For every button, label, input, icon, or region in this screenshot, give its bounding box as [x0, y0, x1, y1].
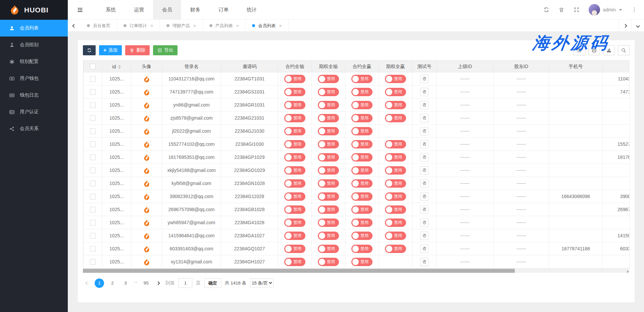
test-account-badge[interactable]: 否	[420, 232, 429, 240]
toggle-option-all-lose[interactable]: 禁用	[318, 219, 339, 227]
toggle-option-all-lose[interactable]: 禁用	[318, 245, 339, 253]
row-checkbox[interactable]	[90, 246, 96, 252]
user-menu[interactable]: admin	[589, 4, 622, 15]
row-checkbox[interactable]	[90, 207, 96, 212]
toggle-contract-all-win[interactable]: 禁用	[351, 245, 373, 253]
close-icon[interactable]: ×	[193, 23, 196, 28]
toggle-option-all-lose[interactable]: 禁用	[318, 127, 339, 135]
toggle-contract-all-win[interactable]: 禁用	[351, 127, 373, 135]
sidebar-item-用户认证[interactable]: 用户认证	[0, 104, 68, 120]
row-checkbox[interactable]	[90, 115, 96, 121]
toggle-contract-all-lose[interactable]: 禁用	[284, 258, 305, 266]
toggle-contract-all-win[interactable]: 禁用	[351, 192, 373, 201]
export-data-icon[interactable]	[603, 45, 615, 55]
row-checkbox[interactable]	[90, 154, 96, 160]
close-icon[interactable]: ×	[279, 23, 282, 28]
scrollbar-thumb[interactable]	[83, 269, 515, 273]
confirm-button[interactable]: 确定	[204, 278, 221, 288]
toggle-option-all-lose[interactable]: 禁用	[318, 140, 339, 148]
tab-理财产品[interactable]: 理财产品×	[160, 20, 203, 32]
sidebar-item-会员列表[interactable]: 会员列表	[0, 20, 68, 37]
select-all-checkbox[interactable]	[90, 64, 96, 69]
page-number-95[interactable]: 95	[141, 278, 151, 288]
toggle-contract-all-win[interactable]: 禁用	[351, 179, 373, 188]
test-account-badge[interactable]: 否	[420, 179, 429, 188]
row-checkbox[interactable]	[90, 102, 96, 108]
trash-icon[interactable]	[558, 7, 564, 13]
toggle-option-all-lose[interactable]: 禁用	[318, 179, 339, 188]
toggle-option-all-win[interactable]: 禁用	[385, 75, 406, 83]
toggle-contract-all-win[interactable]: 禁用	[351, 219, 373, 227]
topnav-item-统计[interactable]: 统计	[238, 0, 266, 19]
toggle-contract-all-win[interactable]: 禁用	[351, 114, 373, 122]
row-checkbox[interactable]	[90, 141, 96, 147]
horizontal-scrollbar[interactable]	[83, 269, 630, 273]
page-number-1[interactable]: 1	[95, 278, 104, 288]
collapse-menu-icon[interactable]	[68, 0, 92, 19]
test-account-badge[interactable]: 否	[420, 153, 429, 162]
row-checkbox[interactable]	[90, 259, 96, 265]
tabs-scroll-left-button[interactable]	[68, 20, 81, 32]
test-account-badge[interactable]: 否	[420, 127, 429, 135]
toggle-contract-all-win[interactable]: 禁用	[351, 258, 373, 266]
toggle-option-all-win[interactable]: 禁用	[385, 245, 406, 253]
page-number-3[interactable]: 3	[121, 278, 130, 288]
test-account-badge[interactable]: 否	[420, 205, 429, 214]
page-number-2[interactable]: 2	[108, 278, 117, 288]
toggle-contract-all-lose[interactable]: 禁用	[284, 153, 305, 162]
toggle-option-all-lose[interactable]: 禁用	[318, 114, 339, 122]
toggle-contract-all-win[interactable]: 禁用	[351, 166, 373, 175]
search-icon[interactable]	[618, 45, 630, 55]
toggle-contract-all-lose[interactable]: 禁用	[284, 205, 305, 214]
row-checkbox[interactable]	[90, 233, 96, 239]
page-size-select[interactable]: 15 条/页	[250, 278, 274, 288]
sidebar-item-钱包日志[interactable]: 钱包日志	[0, 87, 68, 104]
toggle-option-all-win[interactable]: 禁用	[385, 232, 406, 240]
toggle-contract-all-win[interactable]: 禁用	[351, 101, 373, 109]
toggle-option-all-win[interactable]: 禁用	[385, 219, 406, 227]
kebab-menu-icon[interactable]	[631, 7, 637, 13]
next-page-button[interactable]	[154, 282, 162, 285]
toggle-contract-all-lose[interactable]: 禁用	[284, 166, 305, 175]
prev-page-button[interactable]	[84, 282, 91, 285]
toggle-option-all-win[interactable]: 禁用	[385, 179, 406, 188]
sidebar-item-会员组别[interactable]: 会员组别	[0, 37, 68, 53]
tab-后台首页[interactable]: 后台首页	[81, 20, 117, 32]
test-account-badge[interactable]: 否	[420, 245, 429, 253]
fullscreen-icon[interactable]	[574, 7, 580, 13]
test-account-badge[interactable]: 否	[420, 75, 429, 83]
sort-icon[interactable]	[118, 65, 121, 69]
test-account-badge[interactable]: 否	[420, 219, 429, 227]
toggle-contract-all-lose[interactable]: 禁用	[284, 232, 305, 240]
row-checkbox[interactable]	[90, 168, 96, 173]
tab-订单统计[interactable]: 订单统计×	[117, 20, 160, 32]
toggle-option-all-lose[interactable]: 禁用	[318, 153, 339, 162]
toggle-option-all-win[interactable]: 禁用	[385, 114, 406, 122]
toggle-contract-all-win[interactable]: 禁用	[351, 153, 373, 162]
brand-logo[interactable]: HUOBI	[0, 0, 68, 20]
close-icon[interactable]: ×	[236, 23, 239, 28]
test-account-badge[interactable]: 否	[420, 140, 429, 148]
test-account-badge[interactable]: 否	[420, 101, 429, 109]
tabs-scroll-right-button[interactable]	[618, 20, 631, 32]
sidebar-item-用户钱包[interactable]: 用户钱包	[0, 70, 68, 87]
toggle-option-all-lose[interactable]: 禁用	[318, 88, 339, 96]
test-account-badge[interactable]: 否	[420, 114, 429, 122]
toggle-contract-all-win[interactable]: 禁用	[351, 232, 373, 240]
toggle-contract-all-win[interactable]: 禁用	[351, 140, 373, 148]
printer-icon[interactable]	[588, 45, 600, 55]
scrollbar-right-arrow[interactable]	[627, 268, 628, 274]
test-account-badge[interactable]: 否	[420, 258, 429, 266]
goto-page-input[interactable]	[178, 278, 192, 288]
toggle-contract-all-lose[interactable]: 禁用	[284, 127, 305, 135]
toggle-contract-all-win[interactable]: 禁用	[351, 205, 373, 214]
refresh-icon[interactable]	[543, 7, 549, 13]
toggle-contract-all-lose[interactable]: 禁用	[284, 192, 305, 201]
toggle-option-all-win[interactable]: 禁用	[385, 101, 406, 109]
test-account-badge[interactable]: 否	[420, 88, 429, 96]
close-icon[interactable]: ×	[150, 23, 153, 28]
row-checkbox[interactable]	[90, 220, 96, 226]
toggle-option-all-lose[interactable]: 禁用	[318, 232, 339, 240]
table-columns-icon[interactable]	[574, 45, 585, 55]
sidebar-item-组别配置[interactable]: 组别配置	[0, 53, 68, 70]
